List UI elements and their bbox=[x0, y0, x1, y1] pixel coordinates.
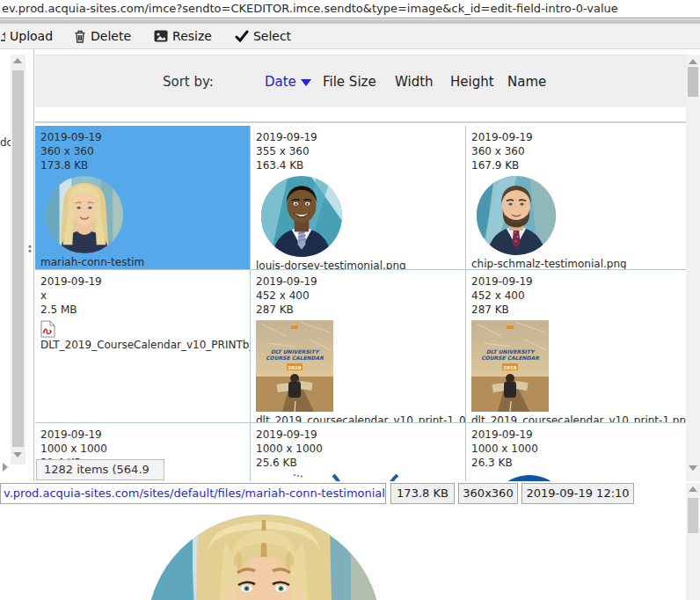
file-item-louis-dorsey[interactable]: 2019-09-19 355 x 360 163.4 KB bbox=[251, 126, 466, 270]
file-item-mariah-conn[interactable]: 2019-09-19 360 x 360 173.8 KB bbox=[35, 126, 251, 270]
file-size: 287 KB bbox=[256, 303, 460, 317]
file-dims: x bbox=[40, 289, 244, 303]
file-name: DLT_2019_CourseCalendar_v10_PRINTb_0.pdf bbox=[40, 338, 244, 352]
file-size: 173.8 KB bbox=[40, 158, 244, 172]
svg-text:COURSE CALENDAR: COURSE CALENDAR bbox=[266, 355, 324, 361]
image-icon bbox=[154, 30, 168, 42]
file-size: 287 KB bbox=[471, 303, 681, 317]
scroll-up-arrow-icon[interactable] bbox=[13, 58, 22, 63]
selected-file-url-link[interactable]: v.prod.acquia-sites.com/sites/default/fi… bbox=[0, 483, 386, 504]
file-date: 2019-09-19 bbox=[40, 130, 244, 144]
selected-file-dimensions: 360x360 bbox=[458, 483, 518, 504]
file-list-scroll-thumb[interactable] bbox=[688, 67, 698, 97]
file-name: dlt_2019_coursecalendar_v10_print-1_0.pn… bbox=[256, 413, 460, 423]
file-name: dlt_2019_coursecalendar_v10_print-1.png bbox=[471, 413, 681, 423]
checkmark-icon bbox=[235, 30, 249, 42]
sort-option-filesize[interactable]: File Size bbox=[323, 74, 376, 90]
file-thumbnail-portrait bbox=[261, 176, 342, 257]
status-box: 1282 items (564.9 MB) bbox=[36, 459, 164, 480]
scroll-up-arrow-icon[interactable] bbox=[689, 59, 697, 64]
scroll-right-arrow-icon[interactable] bbox=[3, 463, 8, 472]
file-dims: 1000 x 1000 bbox=[40, 442, 244, 456]
file-thumbnail-partial-logo bbox=[256, 473, 414, 481]
preview-scroll-thumb[interactable] bbox=[688, 498, 698, 533]
select-button[interactable]: Select bbox=[235, 29, 291, 43]
file-size: 25.6 KB bbox=[256, 456, 460, 470]
upload-button[interactable]: Upload bbox=[0, 29, 53, 43]
file-dims: 355 x 360 bbox=[256, 144, 460, 158]
preview-image-mariah-conn bbox=[147, 515, 381, 600]
file-thumbnail-portrait bbox=[46, 176, 123, 253]
selected-file-datetime: 2019-09-19 12:10 bbox=[521, 483, 634, 504]
resize-button[interactable]: Resize bbox=[154, 29, 212, 43]
file-date: 2019-09-19 bbox=[471, 428, 681, 442]
file-item-chip-schmalz[interactable]: 2019-09-19 360 x 360 167.9 KB bbox=[466, 126, 686, 270]
file-list-scrollbar[interactable] bbox=[686, 55, 700, 481]
upload-label: Upload bbox=[10, 29, 53, 43]
file-name: chip-schmalz-testimonial.png bbox=[471, 257, 681, 270]
scroll-down-arrow-icon[interactable] bbox=[13, 452, 22, 457]
upload-icon bbox=[0, 30, 5, 42]
file-dims: 452 x 400 bbox=[256, 289, 460, 303]
selected-file-size: 173.8 KB bbox=[390, 483, 455, 504]
file-dims: 1000 x 1000 bbox=[471, 442, 681, 456]
file-thumbnail-portrait bbox=[477, 176, 556, 255]
file-dims: 452 x 400 bbox=[471, 289, 681, 303]
folder-tree-pane: dc9 •• bbox=[0, 49, 34, 481]
file-dims: 360 x 360 bbox=[471, 144, 681, 158]
toolbar: Upload Delete Resize bbox=[0, 24, 700, 49]
sort-direction-icon[interactable] bbox=[301, 79, 311, 86]
trash-icon bbox=[74, 30, 86, 43]
svg-text:COURSE CALENDAR: COURSE CALENDAR bbox=[481, 355, 539, 361]
sort-option-name[interactable]: Name bbox=[507, 74, 546, 90]
address-bar: ev.prod.acquia-sites.com/imce?sendto=CKE… bbox=[0, 0, 700, 18]
pane-splitter-handle[interactable]: •• bbox=[27, 245, 33, 264]
file-item-coursecalendar-pdf[interactable]: 2019-09-19 x 2.5 MB DLT_2019_CourseCalen… bbox=[35, 270, 251, 423]
file-size: 167.9 KB bbox=[471, 158, 681, 172]
file-date: 2019-09-19 bbox=[256, 274, 460, 289]
file-date: 2019-09-19 bbox=[471, 130, 681, 144]
header-grid-divider bbox=[35, 121, 686, 123]
file-item-coursecalendar-png-0[interactable]: 2019-09-19 452 x 400 287 KB DLT UNIVERSI… bbox=[251, 270, 466, 423]
sort-option-date[interactable]: Date bbox=[265, 74, 296, 90]
select-label: Select bbox=[253, 29, 291, 43]
file-date: 2019-09-19 bbox=[256, 130, 460, 144]
file-date: 2019-09-19 bbox=[40, 428, 244, 442]
file-name: mariah-conn-testimonial.png bbox=[40, 255, 146, 270]
svg-text:2019: 2019 bbox=[503, 365, 516, 370]
svg-text:2019: 2019 bbox=[288, 365, 301, 370]
scroll-down-arrow-icon[interactable] bbox=[689, 465, 697, 471]
sort-header: Sort by: Date File Size Width Height Nam… bbox=[35, 55, 686, 107]
file-size: 2.5 MB bbox=[40, 303, 244, 317]
svg-text:DLT UNIVERSITY: DLT UNIVERSITY bbox=[271, 348, 320, 355]
address-url[interactable]: ev.prod.acquia-sites.com/imce?sendto=CKE… bbox=[0, 0, 700, 18]
file-item-logo-2[interactable]: 2019-09-19 1000 x 1000 25.6 KB bbox=[251, 423, 466, 481]
file-size: 26.3 KB bbox=[471, 456, 681, 470]
delete-label: Delete bbox=[91, 29, 131, 43]
folder-pane-scroll-thumb[interactable] bbox=[12, 70, 24, 447]
svg-text:DLT UNIVERSITY: DLT UNIVERSITY bbox=[486, 348, 536, 355]
sort-by-label: Sort by: bbox=[163, 74, 214, 90]
file-list-pane: Sort by: Date File Size Width Height Nam… bbox=[35, 49, 700, 481]
status-text: 1282 items (564.9 MB) bbox=[44, 463, 149, 481]
scroll-up-arrow-icon[interactable] bbox=[689, 487, 697, 492]
file-size: 163.4 KB bbox=[256, 158, 460, 172]
file-thumbnail-calendar-cover: DLT UNIVERSITY COURSE CALENDAR 2019 bbox=[471, 320, 549, 412]
sort-option-height[interactable]: Height bbox=[450, 74, 494, 90]
file-date: 2019-09-19 bbox=[256, 428, 460, 442]
file-item-logo-3[interactable]: 2019-09-19 1000 x 1000 26.3 KB bbox=[466, 423, 686, 481]
file-item-coursecalendar-png-1[interactable]: 2019-09-19 452 x 400 287 KB DLT UNIVERSI… bbox=[466, 270, 686, 423]
imce-file-browser-window: ev.prod.acquia-sites.com/imce?sendto=CKE… bbox=[0, 0, 700, 600]
sort-option-width[interactable]: Width bbox=[395, 74, 434, 90]
file-dims: 360 x 360 bbox=[40, 144, 244, 158]
file-preview-pane bbox=[0, 504, 686, 600]
file-name: louis-dorsey-testimonial.png bbox=[256, 259, 460, 270]
file-date: 2019-09-19 bbox=[471, 274, 681, 289]
resize-label: Resize bbox=[172, 29, 212, 43]
file-dims: 1000 x 1000 bbox=[256, 442, 460, 456]
file-date: 2019-09-19 bbox=[40, 274, 244, 289]
file-thumbnail-partial-logo bbox=[471, 473, 594, 481]
delete-button[interactable]: Delete bbox=[74, 29, 131, 43]
file-thumbnail-calendar-cover: DLT UNIVERSITY COURSE CALENDAR 2019 bbox=[256, 320, 333, 412]
pdf-file-icon bbox=[40, 320, 55, 338]
